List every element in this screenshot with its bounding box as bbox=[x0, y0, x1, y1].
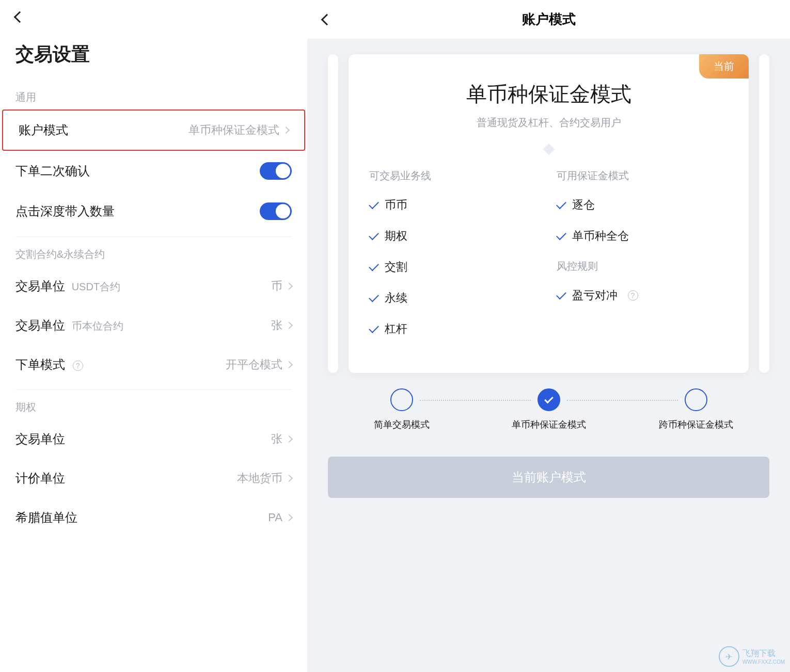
header-title: 账户模式 bbox=[522, 10, 576, 28]
step-circle-icon bbox=[390, 388, 413, 411]
list-item: 杠杆 bbox=[369, 321, 541, 337]
step-label: 单币种保证金模式 bbox=[512, 418, 586, 431]
section-options-header: 期权 bbox=[0, 390, 307, 419]
mode-card: 当前 单币种保证金模式 普通现货及杠杆、合约交易用户 可交易业务线 币币 期权 … bbox=[349, 54, 749, 373]
trade-lines-header: 可交易业务线 bbox=[369, 169, 541, 183]
chevron-right-icon bbox=[282, 127, 290, 134]
order-mode-label: 下单模式 bbox=[15, 357, 65, 371]
unit-coin-value: 张 bbox=[271, 318, 282, 333]
mode-stepper: 简单交易模式 单币种保证金模式 跨币种保证金模式 bbox=[307, 378, 790, 446]
unit-usdt-value: 币 bbox=[271, 278, 282, 294]
watermark-url: WWW.FXXZ.COM bbox=[742, 659, 785, 665]
check-icon bbox=[556, 230, 566, 240]
unit-usdt-row[interactable]: 交易单位 USDT合约 币 bbox=[0, 267, 307, 306]
list-item: 交割 bbox=[369, 259, 541, 275]
step-simple[interactable]: 简单交易模式 bbox=[328, 388, 475, 431]
account-mode-row[interactable]: 账户模式 单币种保证金模式 bbox=[2, 110, 305, 151]
unit-usdt-label: 交易单位 bbox=[15, 279, 65, 293]
section-general-header: 通用 bbox=[0, 80, 307, 110]
unit-coin-sub: 币本位合约 bbox=[72, 320, 123, 332]
check-icon bbox=[369, 323, 379, 333]
quote-unit-value: 本地货币 bbox=[237, 471, 282, 486]
order-confirm-toggle[interactable] bbox=[260, 162, 292, 180]
section-futures-header: 交割合约&永续合约 bbox=[0, 237, 307, 267]
account-mode-screen: 账户模式 当前 单币种保证金模式 普通现货及杠杆、合约交易用户 可交易业务线 币… bbox=[307, 0, 790, 672]
margin-modes-header: 可用保证金模式 bbox=[557, 169, 729, 183]
depth-quantity-row: 点击深度带入数量 bbox=[0, 191, 307, 231]
next-card-sliver[interactable] bbox=[759, 54, 769, 373]
options-unit-label: 交易单位 bbox=[15, 431, 65, 447]
order-mode-value: 开平仓模式 bbox=[226, 357, 282, 372]
unit-coin-row[interactable]: 交易单位 币本位合约 张 bbox=[0, 306, 307, 345]
chevron-right-icon bbox=[286, 435, 293, 443]
step-circle-icon bbox=[685, 388, 707, 411]
depth-quantity-label: 点击深度带入数量 bbox=[15, 203, 115, 220]
list-item: 币币 bbox=[369, 197, 541, 213]
help-icon[interactable]: ? bbox=[628, 290, 638, 301]
order-mode-row[interactable]: 下单模式 ? 开平仓模式 bbox=[0, 345, 307, 384]
check-icon bbox=[369, 261, 379, 271]
prev-card-sliver[interactable] bbox=[328, 54, 338, 373]
greek-unit-label: 希腊值单位 bbox=[15, 509, 77, 526]
account-mode-label: 账户模式 bbox=[19, 122, 68, 138]
watermark-text: 飞翔下载 bbox=[742, 648, 785, 659]
trade-lines-col: 可交易业务线 币币 期权 交割 永续 杠杆 bbox=[369, 169, 541, 352]
chevron-right-icon bbox=[286, 475, 293, 482]
list-item: 永续 bbox=[369, 290, 541, 306]
order-confirm-label: 下单二次确认 bbox=[15, 163, 90, 179]
header-bar: 账户模式 bbox=[307, 0, 790, 39]
divider-diamond-icon bbox=[543, 144, 555, 155]
chevron-right-icon bbox=[286, 514, 293, 521]
order-confirm-row: 下单二次确认 bbox=[0, 151, 307, 191]
depth-quantity-toggle[interactable] bbox=[260, 202, 292, 220]
step-cross-margin[interactable]: 跨币种保证金模式 bbox=[622, 388, 769, 431]
watermark: ✈ 飞翔下载 WWW.FXXZ.COM bbox=[719, 646, 785, 667]
list-item: 盈亏对冲? bbox=[557, 288, 729, 303]
options-unit-row[interactable]: 交易单位 张 bbox=[0, 419, 307, 459]
check-icon bbox=[369, 292, 379, 302]
help-icon[interactable]: ? bbox=[73, 361, 83, 371]
step-label: 跨币种保证金模式 bbox=[659, 418, 733, 431]
risk-header: 风控规则 bbox=[557, 259, 729, 273]
list-item: 期权 bbox=[369, 228, 541, 244]
current-badge: 当前 bbox=[699, 54, 749, 79]
card-container: 当前 单币种保证金模式 普通现货及杠杆、合约交易用户 可交易业务线 币币 期权 … bbox=[307, 39, 790, 378]
quote-unit-label: 计价单位 bbox=[15, 470, 65, 487]
margin-risk-col: 可用保证金模式 逐仓 单币种全仓 风控规则 盈亏对冲? bbox=[557, 169, 729, 352]
options-unit-value: 张 bbox=[271, 431, 282, 447]
check-icon bbox=[556, 199, 566, 209]
page-title: 交易设置 bbox=[0, 26, 307, 80]
chevron-right-icon bbox=[286, 361, 293, 368]
columns: 可交易业务线 币币 期权 交割 永续 杠杆 可用保证金模式 逐仓 单币种全仓 风… bbox=[369, 169, 728, 352]
current-mode-button[interactable]: 当前账户模式 bbox=[328, 457, 769, 498]
chevron-right-icon bbox=[286, 322, 293, 329]
greek-unit-value: PA bbox=[268, 511, 282, 524]
back-icon[interactable] bbox=[14, 11, 26, 23]
step-label: 简单交易模式 bbox=[374, 418, 430, 431]
back-icon[interactable] bbox=[321, 13, 333, 25]
check-icon bbox=[369, 230, 379, 240]
list-item: 单币种全仓 bbox=[557, 228, 729, 244]
check-icon bbox=[556, 289, 566, 300]
chevron-right-icon bbox=[286, 283, 293, 290]
quote-unit-row[interactable]: 计价单位 本地货币 bbox=[0, 459, 307, 498]
step-single-margin[interactable]: 单币种保证金模式 bbox=[475, 388, 622, 431]
check-icon bbox=[369, 199, 379, 209]
account-mode-value: 单币种保证金模式 bbox=[188, 122, 279, 138]
unit-coin-label: 交易单位 bbox=[15, 318, 65, 332]
greek-unit-row[interactable]: 希腊值单位 PA bbox=[0, 498, 307, 537]
list-item: 逐仓 bbox=[557, 197, 729, 213]
back-bar bbox=[0, 0, 307, 26]
card-subtitle: 普通现货及杠杆、合约交易用户 bbox=[369, 116, 728, 130]
card-title: 单币种保证金模式 bbox=[369, 80, 728, 108]
step-circle-filled-icon bbox=[538, 388, 560, 411]
settings-screen: 交易设置 通用 账户模式 单币种保证金模式 下单二次确认 点击深度带入数量 交割… bbox=[0, 0, 307, 672]
check-icon bbox=[544, 395, 554, 404]
watermark-logo-icon: ✈ bbox=[719, 646, 739, 667]
unit-usdt-sub: USDT合约 bbox=[72, 281, 120, 292]
